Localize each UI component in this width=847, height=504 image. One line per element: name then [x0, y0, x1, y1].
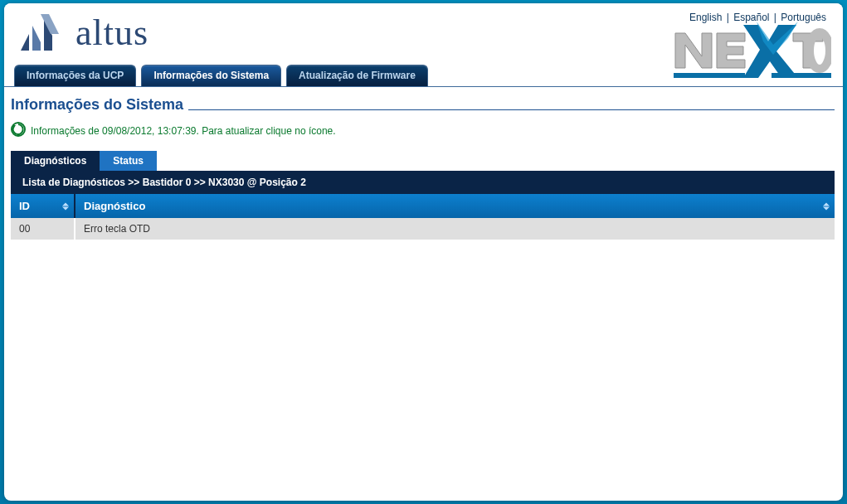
cell-diagnostic: Erro tecla OTD	[75, 218, 835, 240]
sort-icon[interactable]	[62, 202, 69, 210]
refresh-icon[interactable]	[11, 122, 26, 139]
svg-rect-4	[674, 73, 745, 78]
page-title: Informações do Sistema	[11, 96, 183, 114]
diagnostics-table: ID Diagnóstico	[11, 194, 835, 240]
col-id-label: ID	[19, 200, 30, 212]
subtab-status[interactable]: Status	[100, 151, 157, 171]
subtab-diagnostics[interactable]: Diagnósticos	[11, 151, 100, 171]
tab-ucp-info[interactable]: Informações da UCP	[14, 65, 136, 86]
tab-system-info[interactable]: Informações do Sistema	[141, 65, 281, 86]
sub-tabs: Diagnósticos Status	[11, 151, 835, 171]
altus-wordmark: altus	[75, 12, 148, 54]
svg-marker-1	[32, 26, 41, 51]
altus-logo: altus	[16, 12, 148, 54]
table-row[interactable]: 00 Erro tecla OTD	[11, 218, 835, 240]
content: Informações do Sistema Informações de 09…	[4, 86, 843, 248]
page-title-row: Informações do Sistema	[11, 96, 835, 114]
app-card: English | Español | Português altus	[4, 3, 843, 501]
sort-icon[interactable]	[823, 202, 830, 210]
tab-firmware-update[interactable]: Atualização de Firmware	[286, 65, 428, 86]
refresh-message: Informações de 09/08/2012, 13:07:39. Par…	[31, 125, 336, 137]
cell-id: 00	[11, 218, 75, 240]
col-diag-label: Diagnóstico	[84, 200, 145, 212]
header: English | Español | Português altus	[4, 3, 843, 86]
col-id[interactable]: ID	[11, 194, 75, 218]
title-underline	[188, 109, 835, 110]
svg-marker-3	[41, 14, 59, 34]
refresh-row: Informações de 09/08/2012, 13:07:39. Par…	[11, 122, 835, 139]
nexto-logo	[674, 22, 831, 84]
breadcrumb: Lista de Diagnósticos >> Bastidor 0 >> N…	[11, 171, 835, 194]
main-tabs: Informações da UCP Informações do Sistem…	[14, 65, 428, 86]
svg-marker-0	[21, 34, 29, 51]
altus-mark-icon	[16, 12, 61, 54]
col-diagnostic[interactable]: Diagnóstico	[75, 194, 835, 218]
tabs-underline	[4, 86, 843, 87]
app-frame: English | Español | Português altus	[0, 0, 847, 504]
